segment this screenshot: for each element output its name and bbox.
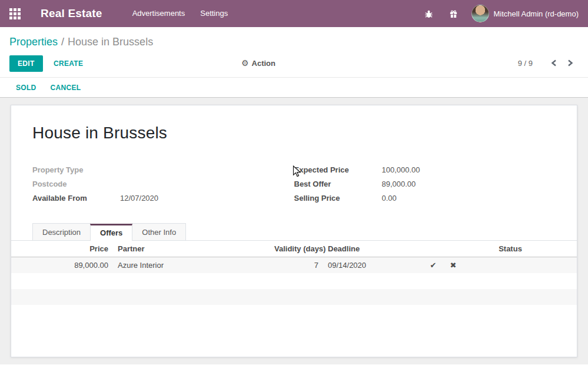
accept-offer-check-icon[interactable]: ✔ [423, 257, 443, 273]
field-value-best-offer: 89,000.00 [382, 177, 416, 191]
create-button[interactable]: CREATE [45, 55, 91, 72]
offer-row[interactable]: 89,000.00 Azure Interior 7 09/14/2020 ✔ … [11, 257, 577, 273]
field-groups: Property Type Postcode Available From 12… [32, 163, 556, 205]
form-statusbar: SOLD CANCEL [0, 77, 588, 98]
user-menu[interactable]: Mitchell Admin (rd-demo) [494, 9, 579, 18]
field-column-right: Expected Price 100,000.00 Best Offer 89,… [294, 163, 556, 205]
pager-previous-icon[interactable] [546, 58, 562, 68]
field-label-available-from: Available From [32, 191, 120, 205]
edit-button[interactable]: EDIT [9, 55, 43, 72]
field-label-selling-price: Selling Price [294, 191, 382, 205]
field-label-expected-price: Expected Price [294, 163, 382, 177]
tab-offers[interactable]: Offers [90, 224, 132, 241]
debug-bug-icon[interactable] [424, 9, 434, 18]
gear-icon: ⚙ [241, 58, 249, 68]
form-sheet: House in Brussels Property Type Postcode… [11, 105, 577, 357]
breadcrumb-properties-link[interactable]: Properties [9, 36, 58, 48]
empty-row [11, 289, 577, 305]
field-label-postcode: Postcode [32, 177, 120, 191]
control-panel: EDIT CREATE ⚙Action 9 / 9 [0, 51, 588, 77]
tab-description[interactable]: Description [32, 223, 91, 240]
top-navbar: Real Estate Advertisements Settings Mitc… [0, 0, 588, 27]
column-header-deadline[interactable]: Deadline [323, 241, 423, 257]
pager-next-icon[interactable] [562, 58, 579, 68]
field-value-available-from: 12/07/2020 [120, 191, 158, 205]
action-menu[interactable]: ⚙Action [241, 58, 275, 68]
cancel-button[interactable]: CANCEL [44, 80, 88, 95]
sold-button[interactable]: SOLD [9, 80, 44, 95]
field-column-left: Property Type Postcode Available From 12… [32, 163, 294, 205]
pager-value[interactable]: 9 / 9 [518, 59, 533, 68]
offer-partner-cell[interactable]: Azure Interior [113, 257, 270, 273]
field-label-property-type: Property Type [32, 163, 120, 177]
offer-row-spacer [557, 257, 577, 273]
column-header-spacer [557, 241, 577, 257]
notebook-tabs: Description Offers Other Info [11, 223, 577, 241]
apps-grid-icon[interactable] [9, 8, 21, 19]
offer-validity-cell[interactable]: 7 [270, 257, 323, 273]
pager: 9 / 9 [518, 58, 579, 68]
gift-icon[interactable] [449, 9, 459, 18]
field-value-selling-price: 0.00 [382, 191, 397, 205]
column-header-validity[interactable]: Validity (days) [270, 241, 323, 257]
offers-header-row: Price Partner Validity (days) Deadline S… [11, 241, 577, 257]
app-brand[interactable]: Real Estate [41, 7, 102, 20]
offers-table: Price Partner Validity (days) Deadline S… [11, 241, 577, 305]
breadcrumb: Properties/House in Brussels [0, 27, 588, 51]
tab-other-info[interactable]: Other Info [132, 223, 186, 240]
offer-price-cell[interactable]: 89,000.00 [11, 257, 113, 273]
column-header-price[interactable]: Price [11, 241, 113, 257]
menu-settings[interactable]: Settings [192, 0, 235, 27]
field-value-expected-price: 100,000.00 [382, 163, 420, 177]
record-title: House in Brussels [32, 105, 556, 142]
menu-advertisements[interactable]: Advertisements [125, 0, 193, 27]
offer-status-cell[interactable] [463, 257, 557, 273]
action-label: Action [252, 59, 275, 68]
breadcrumb-current: House in Brussels [68, 36, 153, 48]
offer-deadline-cell[interactable]: 09/14/2020 [323, 257, 423, 273]
refuse-offer-cross-icon[interactable]: ✖ [443, 257, 463, 273]
column-header-status[interactable]: Status [463, 241, 557, 257]
field-label-best-offer: Best Offer [294, 177, 382, 191]
breadcrumb-separator: / [61, 36, 64, 48]
empty-row [11, 273, 577, 289]
user-avatar[interactable] [471, 5, 489, 22]
content-area: House in Brussels Property Type Postcode… [0, 98, 588, 364]
column-header-partner[interactable]: Partner [113, 241, 270, 257]
column-header-accept [423, 241, 443, 257]
column-header-refuse [443, 241, 463, 257]
